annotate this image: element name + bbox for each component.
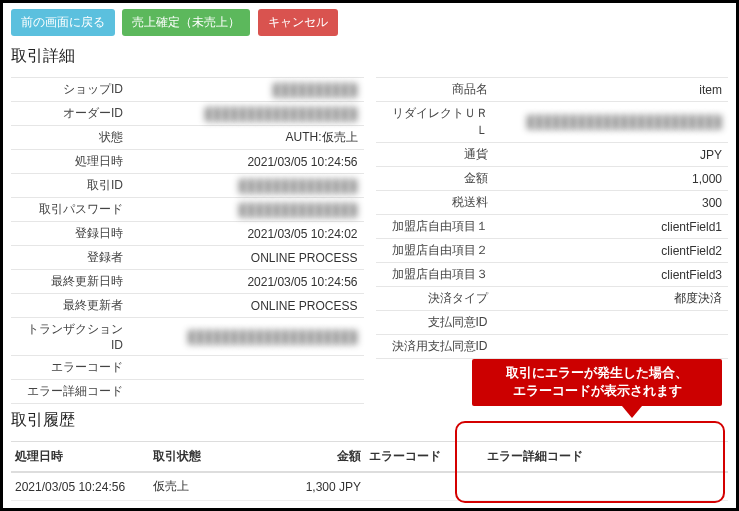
detail-label: 取引ID (11, 174, 131, 197)
detail-value: ONLINE PROCESS (131, 296, 364, 316)
detail-row: 処理日時2021/03/05 10:24:56 (11, 149, 364, 173)
detail-row: 加盟店自由項目２clientField2 (376, 238, 729, 262)
detail-label: エラー詳細コード (11, 380, 131, 403)
detail-label: 決済用支払同意ID (376, 335, 496, 358)
detail-label: 登録日時 (11, 222, 131, 245)
detail-value: 都度決済 (496, 287, 729, 310)
detail-row: 金額1,000 (376, 166, 729, 190)
detail-label: 加盟店自由項目１ (376, 215, 496, 238)
history-row: 2021/03/05 10:24:26要求成功1,300 JPY (11, 501, 728, 512)
detail-label: 税送料 (376, 191, 496, 214)
cancel-button[interactable]: キャンセル (258, 9, 338, 36)
history-table: 処理日時 取引状態 金額 エラーコード エラー詳細コード 2021/03/05 … (11, 441, 728, 511)
detail-row: トランザクションID████████████████████ (11, 317, 364, 355)
detail-label: 支払同意ID (376, 311, 496, 334)
detail-label: 商品名 (376, 78, 496, 101)
history-cell-err-detail (483, 501, 728, 512)
history-cell-amount: 1,300 JPY (247, 501, 365, 512)
detail-value: 1,000 (496, 169, 729, 189)
detail-label: オーダーID (11, 102, 131, 125)
detail-value: 2021/03/05 10:24:56 (131, 152, 364, 172)
detail-row: 決済用支払同意ID (376, 334, 729, 359)
detail-value: clientField2 (496, 241, 729, 261)
action-button-row: 前の画面に戻る 売上確定（未売上） キャンセル (11, 9, 728, 36)
detail-row: 状態AUTH:仮売上 (11, 125, 364, 149)
detail-value: ████████████████████ (131, 327, 364, 347)
detail-value: clientField3 (496, 265, 729, 285)
detail-value: ██████████████ (131, 200, 364, 220)
detail-value: JPY (496, 145, 729, 165)
detail-label: 登録者 (11, 246, 131, 269)
detail-label: リダイレクトＵＲＬ (376, 102, 496, 142)
detail-value: ONLINE PROCESS (131, 248, 364, 268)
detail-value (496, 320, 729, 326)
history-header-amount: 金額 (247, 442, 365, 473)
detail-value: AUTH:仮売上 (131, 126, 364, 149)
history-cell-status: 要求成功 (149, 501, 247, 512)
detail-row: エラーコード (11, 355, 364, 379)
detail-label: エラーコード (11, 356, 131, 379)
history-header-status: 取引状態 (149, 442, 247, 473)
history-cell-err-detail (483, 472, 728, 501)
detail-row: 加盟店自由項目１clientField1 (376, 214, 729, 238)
detail-row: 支払同意ID (376, 310, 729, 334)
detail-row: ショップID██████████ (11, 77, 364, 101)
detail-row: オーダーID██████████████████ (11, 101, 364, 125)
detail-table-right: 商品名itemリダイレクトＵＲＬ███████████████████████通… (376, 77, 729, 359)
history-header-datetime: 処理日時 (11, 442, 149, 473)
detail-row: 決済タイプ都度決済 (376, 286, 729, 310)
detail-value (131, 389, 364, 395)
detail-value: ██████████████████ (131, 104, 364, 124)
section-title-history: 取引履歴 (11, 410, 728, 431)
detail-label: 金額 (376, 167, 496, 190)
detail-row: リダイレクトＵＲＬ███████████████████████ (376, 101, 729, 142)
history-cell-datetime: 2021/03/05 10:24:26 (11, 501, 149, 512)
detail-label: ショップID (11, 78, 131, 101)
detail-value: ██████████████ (131, 176, 364, 196)
history-cell-datetime: 2021/03/05 10:24:56 (11, 472, 149, 501)
detail-row: 登録日時2021/03/05 10:24:02 (11, 221, 364, 245)
detail-value: ███████████████████████ (496, 112, 729, 132)
detail-row: 登録者ONLINE PROCESS (11, 245, 364, 269)
detail-label: 通貨 (376, 143, 496, 166)
detail-row: 税送料300 (376, 190, 729, 214)
detail-row: 加盟店自由項目３clientField3 (376, 262, 729, 286)
detail-row: 商品名item (376, 77, 729, 101)
back-button[interactable]: 前の画面に戻る (11, 9, 115, 36)
history-cell-amount: 1,300 JPY (247, 472, 365, 501)
detail-row: 最終更新者ONLINE PROCESS (11, 293, 364, 317)
detail-label: 決済タイプ (376, 287, 496, 310)
detail-label: 最終更新日時 (11, 270, 131, 293)
detail-value: clientField1 (496, 217, 729, 237)
detail-label: トランザクションID (11, 318, 131, 355)
history-header-err-detail: エラー詳細コード (483, 442, 728, 473)
detail-value (131, 365, 364, 371)
detail-table-left: ショップID██████████オーダーID██████████████████… (11, 77, 364, 404)
detail-value: ██████████ (131, 80, 364, 100)
detail-row: 最終更新日時2021/03/05 10:24:56 (11, 269, 364, 293)
detail-row: 通貨JPY (376, 142, 729, 166)
detail-row: エラー詳細コード (11, 379, 364, 404)
detail-value: 2021/03/05 10:24:56 (131, 272, 364, 292)
detail-label: 状態 (11, 126, 131, 149)
confirm-button[interactable]: 売上確定（未売上） (122, 9, 250, 36)
section-title-detail: 取引詳細 (11, 46, 728, 67)
history-cell-err-code (365, 472, 483, 501)
history-header-err-code: エラーコード (365, 442, 483, 473)
detail-label: 取引パスワード (11, 198, 131, 221)
detail-row: 取引ID██████████████ (11, 173, 364, 197)
detail-row: 取引パスワード██████████████ (11, 197, 364, 221)
detail-value (496, 344, 729, 350)
history-cell-err-code (365, 501, 483, 512)
detail-value: 300 (496, 193, 729, 213)
history-cell-status: 仮売上 (149, 472, 247, 501)
detail-label: 処理日時 (11, 150, 131, 173)
detail-label: 加盟店自由項目２ (376, 239, 496, 262)
detail-value: item (496, 80, 729, 100)
history-row: 2021/03/05 10:24:56仮売上1,300 JPY (11, 472, 728, 501)
detail-value: 2021/03/05 10:24:02 (131, 224, 364, 244)
detail-label: 最終更新者 (11, 294, 131, 317)
detail-label: 加盟店自由項目３ (376, 263, 496, 286)
